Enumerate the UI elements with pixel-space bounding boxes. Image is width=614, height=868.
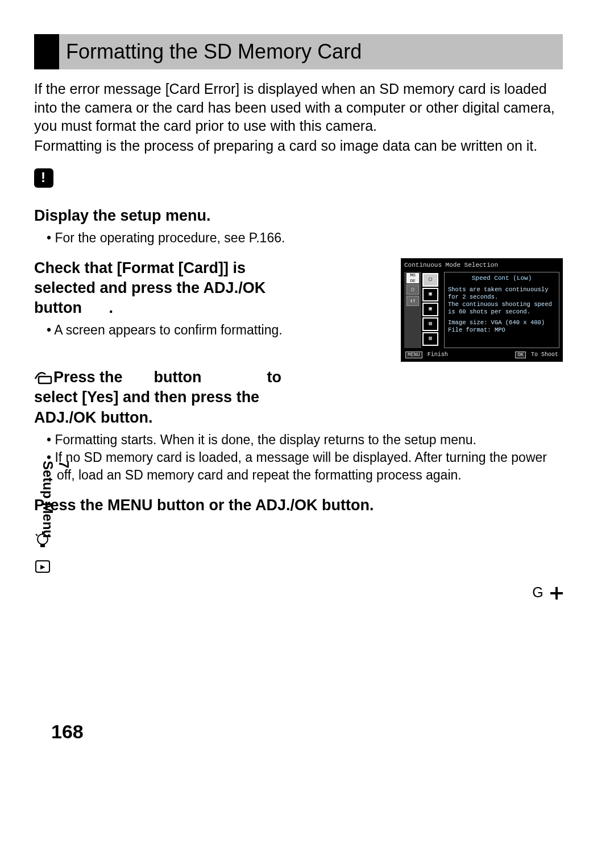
dpad-icon xyxy=(550,587,563,600)
step-3-sub-2: If no SD memory card is loaded, a messag… xyxy=(57,449,563,484)
step-3-icon xyxy=(34,371,53,385)
camera-mode-4: ▤ xyxy=(422,317,438,331)
play-icon xyxy=(35,560,50,573)
camera-tab-2: ▢ xyxy=(406,284,419,295)
camera-info-panel: Speed Cont (Low) Shots are taken continu… xyxy=(444,272,559,348)
svg-line-4 xyxy=(36,534,38,536)
ok-button-label: OK xyxy=(515,352,526,358)
page-number: 168 xyxy=(51,721,84,743)
step-3-head-b: button xyxy=(150,369,206,386)
camera-mode-1: ▢ xyxy=(422,273,438,287)
step-1-head: Display the setup menu. xyxy=(34,207,211,224)
caution-icon xyxy=(34,168,53,188)
camera-line-4: File format: MPO xyxy=(448,326,555,334)
section-title: Formatting the SD Memory Card xyxy=(66,40,362,64)
step-4-head: Press the MENU button or the ADJ./OK but… xyxy=(34,497,374,514)
camera-screen-title: Continuous Mode Selection xyxy=(404,262,559,270)
camera-mode-name: Speed Cont (Low) xyxy=(448,275,555,283)
svg-rect-0 xyxy=(39,377,51,383)
step-3-sub-1: Formatting starts. When it is done, the … xyxy=(57,431,563,449)
intro-paragraph-1: If the error message [Card Error] is dis… xyxy=(34,80,563,135)
step-1: 1 Display the setup menu. For the operat… xyxy=(34,206,563,247)
ref-letter-g: G xyxy=(532,584,543,600)
step-2-sub: A screen appears to confirm formatting. xyxy=(57,321,307,339)
camera-left-tabs: MODE ▢ i† xyxy=(404,272,421,348)
svg-rect-2 xyxy=(40,544,45,547)
step-3-head-a: Press the xyxy=(53,369,127,386)
camera-foot-left: MENU Finish xyxy=(405,352,448,359)
steps-list: 1 Display the setup menu. For the operat… xyxy=(34,206,563,515)
camera-mode-icons: ▢ ▣ ▣ ▤ ▥ xyxy=(421,272,444,348)
section-title-bar: Formatting the SD Memory Card xyxy=(34,34,563,69)
menu-button-label: MENU xyxy=(405,352,422,358)
chapter-name: Setup Menu xyxy=(40,461,56,538)
intro-text: If the error message [Card Error] is dis… xyxy=(34,80,563,155)
camera-tab-mode: MODE xyxy=(406,273,419,283)
camera-line-2: The continuous shooting speed is 60 shot… xyxy=(448,301,555,316)
step-3: Press the button to select [Yes] and the… xyxy=(34,367,563,483)
step-2-head-b: . xyxy=(109,299,113,316)
camera-mode-5: ▥ xyxy=(422,332,438,346)
step-1-sub: For the operating procedure, see P.166. xyxy=(57,229,563,247)
manual-page: 7 Setup Menu 168 Formatting the SD Memor… xyxy=(0,0,614,868)
camera-line-1: Shots are taken continuously for 2 secon… xyxy=(448,286,555,301)
title-block-icon xyxy=(34,34,59,69)
chapter-number: 7 xyxy=(56,461,72,468)
side-tab: 7 Setup Menu xyxy=(40,461,72,538)
note-block: Note Protecting your images from being d… xyxy=(34,531,563,602)
step-2-head-a: Check that [Format [Card]] is selected a… xyxy=(34,259,265,316)
camera-mode-2: ▣ xyxy=(422,288,438,301)
camera-screen: Continuous Mode Selection MODE ▢ i† ▢ ▣ … xyxy=(401,258,563,362)
note-body: Move the write-protection switch on the … xyxy=(34,557,563,602)
step-4: 4 Press the MENU button or the ADJ./OK b… xyxy=(34,495,563,515)
camera-tab-3: i† xyxy=(406,296,419,306)
camera-line-3: Image size: VGA (640 x 480) xyxy=(448,319,555,326)
camera-foot-right: OK To Shoot xyxy=(515,352,558,359)
camera-mode-3: ▣ xyxy=(422,303,438,316)
intro-paragraph-2: Formatting is the process of preparing a… xyxy=(34,137,563,155)
step-2: Continuous Mode Selection MODE ▢ i† ▢ ▣ … xyxy=(34,258,563,339)
caution-block: Caution If you format a card that still … xyxy=(34,168,563,190)
